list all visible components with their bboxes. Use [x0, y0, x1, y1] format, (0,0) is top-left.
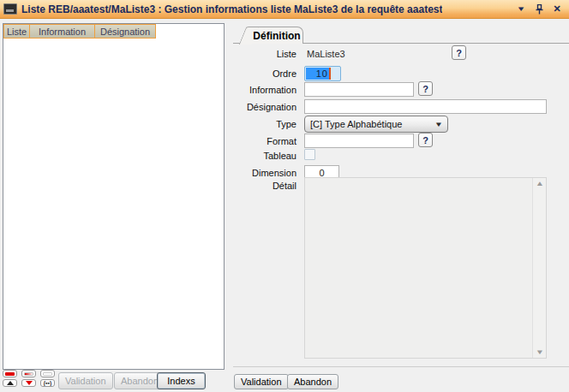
window-icon	[3, 3, 17, 15]
memo-glyph: (▪▪)	[44, 380, 52, 386]
liste-help-button[interactable]: ?	[452, 45, 466, 60]
up-triangle-glyph	[7, 381, 14, 385]
ordre-label: Ordre	[231, 68, 296, 79]
ordre-selected-text: 10	[306, 68, 329, 80]
red-bar-glyph	[5, 372, 15, 376]
type-dropdown-value: [C] Type Alphabétique	[305, 119, 430, 129]
type-dropdown[interactable]: [C] Type Alphabétique ▼	[304, 116, 448, 133]
detail-textarea[interactable]: ▲ ▼	[304, 177, 547, 359]
designation-label: Désignation	[231, 102, 296, 112]
information-label: Information	[231, 85, 296, 95]
tab-definition-label: Définition	[253, 30, 300, 42]
empty-bar-glyph	[43, 372, 52, 376]
detail-label: Détail	[231, 181, 296, 191]
tableau-checkbox[interactable]	[304, 149, 315, 160]
liste-label: Liste	[231, 49, 296, 59]
add-row-icon[interactable]	[3, 370, 17, 377]
format-label: Format	[231, 136, 296, 146]
chevron-down-icon: ▼	[428, 121, 450, 128]
dimension-label: Dimension	[231, 168, 296, 178]
tableau-label: Tableau	[231, 151, 296, 161]
tab-page-bottom-border	[233, 366, 569, 367]
lists-table-header: Liste Information Désignation	[3, 24, 156, 39]
close-icon[interactable]: ✕	[552, 4, 562, 15]
tab-definition[interactable]: Définition	[251, 27, 303, 44]
red-down-triangle-glyph	[26, 381, 33, 385]
format-input[interactable]	[304, 134, 414, 148]
lists-table[interactable]: Liste Information Désignation	[3, 23, 225, 370]
scroll-up-icon[interactable]: ▲	[535, 180, 543, 187]
detail-scrollbar[interactable]: ▲ ▼	[532, 178, 546, 358]
move-row-up-icon[interactable]	[3, 379, 17, 387]
indexs-button[interactable]: Indexs	[157, 372, 206, 389]
type-label: Type	[231, 119, 296, 129]
abandon-button[interactable]: Abandon	[287, 374, 338, 389]
information-help-button[interactable]: ?	[418, 81, 433, 96]
insert-row-icon[interactable]	[21, 370, 36, 377]
scroll-down-icon[interactable]: ▼	[535, 348, 543, 356]
column-header-liste[interactable]: Liste	[3, 24, 30, 39]
delete-row-icon[interactable]	[21, 379, 36, 387]
docked-window: Liste REB/aaatest/MaListe3 : Gestion inf…	[0, 0, 569, 392]
information-input[interactable]	[304, 82, 414, 97]
list-validation-button[interactable]: Validation	[58, 372, 113, 389]
column-header-designation[interactable]: Désignation	[94, 24, 156, 39]
text-caret	[329, 68, 331, 80]
window-title: Liste REB/aaatest/MaListe3 : Gestion inf…	[21, 3, 442, 15]
format-help-button[interactable]: ?	[418, 133, 433, 147]
liste-value: MaListe3	[307, 49, 345, 59]
new-empty-row-icon[interactable]	[40, 370, 55, 377]
titlebar-buttons: ▼ ✕	[516, 4, 569, 15]
titlebar: Liste REB/aaatest/MaListe3 : Gestion inf…	[0, 0, 569, 19]
column-header-information[interactable]: Information	[29, 24, 95, 39]
red-fade-bar-glyph	[24, 372, 33, 376]
validation-button[interactable]: Validation	[234, 374, 289, 389]
ordre-input[interactable]: 10	[304, 66, 341, 81]
window-menu-chevron-icon[interactable]: ▼	[514, 4, 529, 15]
memo-icon[interactable]: (▪▪)	[40, 379, 55, 387]
designation-input[interactable]	[304, 99, 547, 114]
pin-icon[interactable]	[534, 4, 544, 15]
